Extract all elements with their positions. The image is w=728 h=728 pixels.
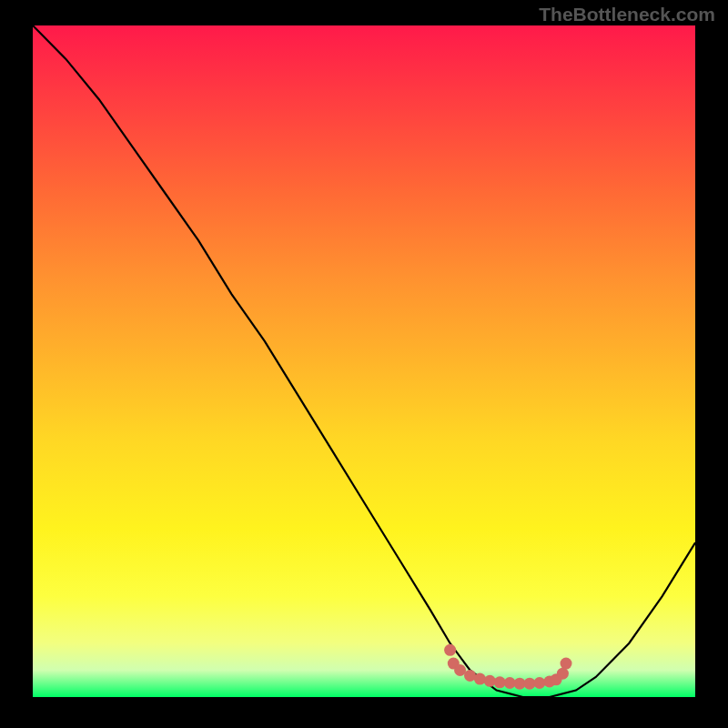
gradient-plot-area [33,25,695,697]
watermark-text: TheBottleneck.com [539,4,715,25]
